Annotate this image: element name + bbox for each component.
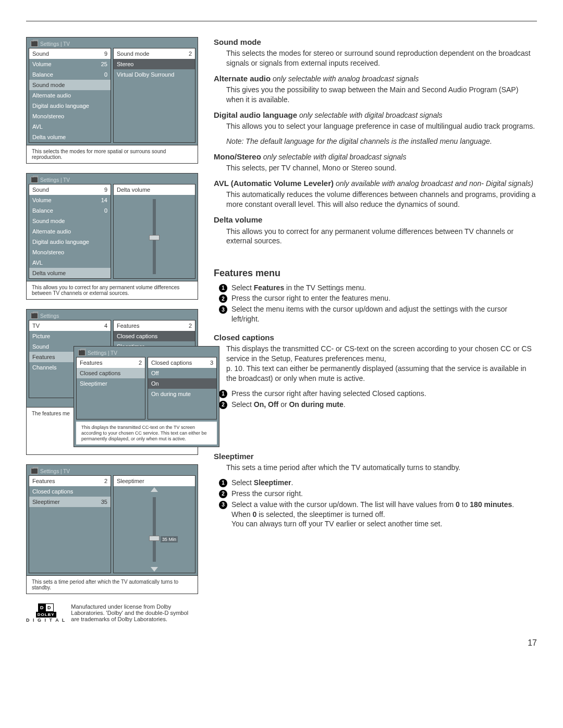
caption: This sets a time period after which the … bbox=[27, 576, 198, 594]
step-1-icon: 1 bbox=[219, 284, 227, 292]
arrow-up-icon bbox=[151, 487, 158, 492]
text: This automatically reduces the volume di… bbox=[226, 190, 537, 209]
menu-left: Features2Closed captionsSleeptimer35 bbox=[29, 475, 111, 573]
menu-item[interactable]: Sound mode bbox=[29, 80, 111, 90]
heading-avl: AVL (Automatic Volume Leveler) bbox=[214, 179, 334, 188]
tv-icon bbox=[31, 41, 38, 47]
dolby-notice: DD DOLBY D I G I T A L Manufactured unde… bbox=[26, 603, 198, 623]
menu-item[interactable]: Volume14 bbox=[29, 195, 111, 205]
text: This sets a time period after which the … bbox=[226, 463, 537, 473]
menu-left: Sound9Volume25Balance0Sound modeAlternat… bbox=[29, 48, 111, 143]
arrow-down-icon bbox=[151, 567, 158, 572]
menu-right: Closed captions3OffOnOn during mute bbox=[148, 357, 217, 419]
caption: This selects the modes for more spatial … bbox=[27, 145, 198, 163]
text: This gives you the possibility to swap b… bbox=[226, 85, 537, 105]
heading-alternate-audio: Alternate audio bbox=[214, 74, 271, 83]
menu-item[interactable]: Delta volume bbox=[29, 268, 111, 278]
menu-item[interactable]: Closed captions bbox=[77, 368, 145, 378]
menu-item[interactable]: Picture bbox=[29, 331, 111, 341]
note: Note: The default language for the digit… bbox=[226, 137, 537, 146]
menu-item[interactable]: Sound mode bbox=[29, 216, 111, 226]
menu-item[interactable]: Alternate audio bbox=[29, 226, 111, 237]
osd-sound-mode: Settings | TV Sound9Volume25Balance0Soun… bbox=[26, 37, 198, 164]
tv-icon bbox=[31, 468, 38, 474]
heading-sleeptimer: Sleeptimer bbox=[214, 452, 254, 461]
menu-item[interactable]: Alternate audio bbox=[29, 90, 111, 101]
step-1-icon: 1 bbox=[219, 390, 227, 398]
menu-item[interactable]: Volume25 bbox=[29, 59, 111, 69]
menu-item[interactable]: Off bbox=[148, 368, 216, 378]
tv-icon bbox=[31, 313, 38, 319]
heading-sound-mode: Sound mode bbox=[214, 38, 261, 46]
menu-item[interactable]: On during mute bbox=[148, 389, 216, 399]
text: This displays the transmitted CC- or CS-… bbox=[226, 344, 537, 384]
step-2-icon: 2 bbox=[219, 490, 227, 498]
osd-features: Settings TV4PictureSoundFeaturesChannels… bbox=[26, 309, 198, 455]
menu-item[interactable]: Closed captions bbox=[114, 331, 195, 341]
slider-panel: Delta volume bbox=[113, 184, 195, 279]
menu-item[interactable]: Virtual Dolby Surround bbox=[114, 69, 195, 80]
text: This allows you to select your language … bbox=[226, 121, 537, 131]
menu-item[interactable]: AVL bbox=[29, 121, 111, 132]
menu-left: Features2Closed captionsSleeptimer bbox=[76, 357, 145, 419]
menu-item[interactable]: Delta volume bbox=[29, 132, 111, 142]
tv-icon bbox=[31, 177, 38, 183]
text: This allows you to correct for any perma… bbox=[226, 227, 537, 246]
menu-item[interactable]: Mono/stereo bbox=[29, 111, 111, 121]
menu-item[interactable]: Sleeptimer35 bbox=[29, 497, 111, 507]
menu-right: Sound mode2StereoVirtual Dolby Surround bbox=[113, 48, 195, 143]
step-3-icon: 3 bbox=[219, 305, 227, 314]
step-1-icon: 1 bbox=[219, 479, 227, 487]
caption: This allows you to correct for any perma… bbox=[27, 281, 198, 299]
heading-features-menu: Features menu bbox=[214, 267, 537, 279]
menu-item[interactable]: Stereo bbox=[114, 59, 195, 69]
menu-item[interactable]: Balance0 bbox=[29, 205, 111, 216]
step-2-icon: 2 bbox=[219, 401, 227, 409]
dolby-icon: DD bbox=[38, 603, 54, 612]
menu-item[interactable]: Mono/stereo bbox=[29, 247, 111, 257]
step-2-icon: 2 bbox=[219, 294, 227, 303]
slider-panel: Sleeptimer 35 Min bbox=[113, 475, 195, 573]
heading-mono-stereo: Mono/Stereo bbox=[214, 152, 261, 161]
breadcrumb: Settings | TV bbox=[29, 40, 195, 48]
menu-item[interactable]: Digital audio language bbox=[29, 101, 111, 111]
osd-delta-volume: Settings | TV Sound9Volume14Balance0Soun… bbox=[26, 173, 198, 300]
heading-delta-volume: Delta volume bbox=[214, 215, 262, 224]
osd-closed-captions: Settings | TV Features2Closed captionsSl… bbox=[74, 346, 219, 447]
menu-item[interactable]: Balance0 bbox=[29, 69, 111, 80]
menu-item[interactable]: Closed captions bbox=[29, 486, 111, 497]
menu-item[interactable]: Sleeptimer bbox=[77, 378, 145, 389]
heading-digital-audio-language: Digital audio language bbox=[214, 110, 297, 119]
page-number: 17 bbox=[26, 638, 537, 648]
text: This selects the modes for stereo or sur… bbox=[226, 48, 537, 68]
step-3-icon: 3 bbox=[219, 501, 227, 509]
osd-sleeptimer: Settings | TV Features2Closed captionsSl… bbox=[26, 464, 198, 594]
text: This selects, per TV channel, Mono or St… bbox=[226, 163, 537, 173]
menu-item[interactable]: AVL bbox=[29, 257, 111, 268]
tv-icon bbox=[78, 350, 85, 356]
menu-left: Sound9Volume14Balance0Sound modeAlternat… bbox=[29, 184, 111, 279]
menu-item[interactable]: On bbox=[148, 378, 216, 389]
menu-item[interactable]: Digital audio language bbox=[29, 237, 111, 247]
caption: This displays the transmitted CC-text on… bbox=[76, 422, 217, 445]
heading-closed-captions: Closed captions bbox=[214, 333, 274, 342]
